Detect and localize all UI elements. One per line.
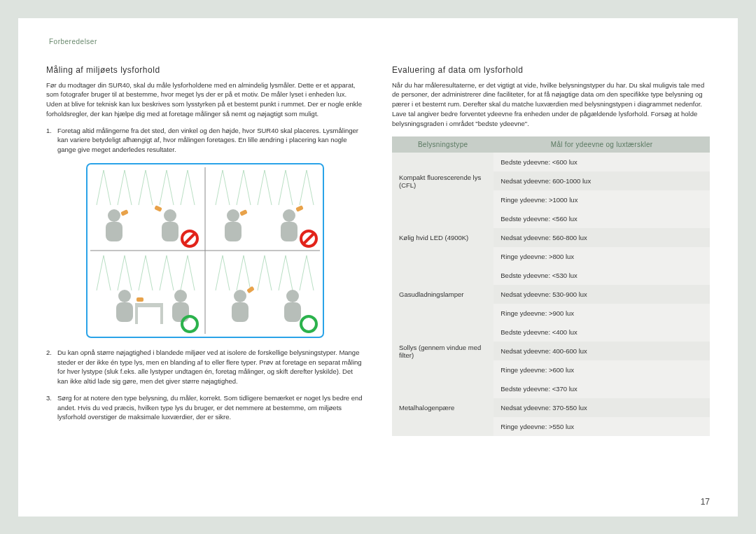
svg-point-12 (283, 209, 295, 222)
left-heading: Måling af miljøets lysforhold (46, 65, 364, 75)
table-header-targets: Mål for ydeevne og luxtærskler (493, 136, 710, 153)
breadcrumb: Forberedelser (49, 38, 710, 45)
table-value-cell: Nedsat ydeevne: 560-800 lux (493, 228, 710, 247)
document-page: Forberedelser Måling af miljøets lysforh… (18, 18, 738, 517)
table-value-cell: Bedste ydeevne: <370 lux (493, 379, 710, 398)
svg-rect-27 (284, 302, 301, 322)
svg-rect-24 (232, 302, 248, 322)
table-value-cell: Bedste ydeevne: <400 lux (493, 323, 710, 342)
svg-point-23 (234, 290, 246, 302)
table-type-cell: Metalhalogenpære (392, 379, 493, 436)
table-value-cell: Ringe ydeevne: >800 lux (493, 247, 710, 266)
table-value-cell: Nedsat ydeevne: 400-600 lux (493, 342, 710, 360)
right-column: Evaluering af data om lysforhold Når du … (392, 65, 710, 437)
instruction-list: Foretag altid målingerne fra det sted, d… (46, 126, 364, 155)
table-value-cell: Bedste ydeevne: <560 lux (493, 209, 710, 228)
svg-rect-7 (162, 222, 178, 241)
svg-rect-22 (172, 302, 189, 322)
svg-point-3 (108, 209, 120, 222)
two-column-layout: Måling af miljøets lysforhold Før du mod… (46, 65, 710, 437)
table-value-cell: Ringe ydeevne: >550 lux (493, 417, 710, 436)
svg-rect-10 (225, 222, 241, 241)
table-value-cell: Nedsat ydeevne: 530-900 lux (493, 285, 710, 304)
table-value-cell: Ringe ydeevne: >900 lux (493, 304, 710, 323)
table-type-cell: Kølig hvid LED (4900K) (392, 209, 493, 266)
table-value-cell: Nedsat ydeevne: 600-1000 lux (493, 171, 710, 190)
left-column: Måling af miljøets lysforhold Før du mod… (46, 65, 364, 437)
table-type-cell: Sollys (gennem vindue med filter) (392, 323, 493, 379)
svg-point-21 (174, 290, 187, 302)
table-header-type: Belysningstype (392, 136, 493, 153)
svg-rect-16 (116, 302, 133, 322)
svg-point-9 (227, 209, 239, 222)
table-value-cell: Ringe ydeevne: >600 lux (493, 360, 710, 379)
lighting-diagram (86, 163, 324, 338)
svg-rect-19 (160, 307, 163, 324)
svg-rect-20 (136, 297, 144, 302)
left-intro: Før du modtager din SUR40, skal du måle … (46, 80, 364, 119)
right-para: Når du har måleresultaterne, er det vigt… (392, 80, 710, 129)
lighting-table: Belysningstype Mål for ydeevne og luxtær… (392, 136, 710, 436)
table-value-cell: Nedsat ydeevne: 370-550 lux (493, 398, 710, 417)
table-value-cell: Bedste ydeevne: <600 lux (493, 153, 710, 171)
table-type-cell: Kompakt fluorescerende lys (CFL) (392, 153, 493, 209)
table-value-cell: Ringe ydeevne: >1000 lux (493, 190, 710, 209)
svg-point-6 (164, 209, 176, 222)
svg-rect-17 (135, 303, 163, 307)
svg-rect-13 (281, 222, 298, 241)
svg-point-26 (286, 290, 299, 302)
instruction-list-cont: Du kan opnå større nøjagtighed i blanded… (46, 348, 364, 422)
table-value-cell: Bedste ydeevne: <530 lux (493, 266, 710, 285)
svg-rect-4 (106, 222, 122, 241)
svg-point-15 (118, 290, 131, 302)
list-item: Foretag altid målingerne fra det sted, d… (46, 126, 364, 155)
page-number: 17 (701, 497, 710, 507)
svg-rect-18 (135, 307, 138, 324)
table-type-cell: Gasudladningslamper (392, 266, 493, 323)
list-item: Sørg for at notere den type belysning, d… (46, 393, 364, 422)
list-item: Du kan opnå større nøjagtighed i blanded… (46, 348, 364, 386)
right-heading: Evaluering af data om lysforhold (392, 65, 710, 75)
